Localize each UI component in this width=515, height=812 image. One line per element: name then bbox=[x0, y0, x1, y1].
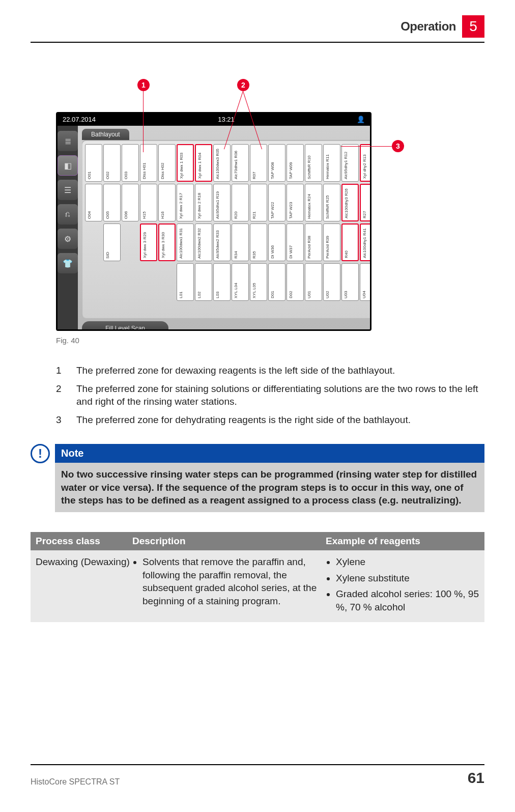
station-W22[interactable]: TAP W22 bbox=[268, 184, 285, 221]
station-R38[interactable]: PerAcid R38 bbox=[305, 223, 322, 261]
station-R10[interactable]: SchiffsR R10 bbox=[305, 144, 322, 182]
station-R39[interactable]: PerAcid R39 bbox=[323, 223, 340, 261]
station-W23[interactable]: TAP W23 bbox=[287, 184, 304, 221]
station-R41[interactable]: Alc100dhy1 R41 bbox=[360, 223, 371, 261]
info-icon: ! bbox=[31, 444, 50, 463]
sidebar-btn-bathlayout[interactable]: ◧ bbox=[58, 155, 78, 176]
section-title: Operation bbox=[400, 19, 456, 34]
station-L04[interactable]: XYL L04 bbox=[232, 263, 249, 301]
legend-item-3: 3 The preferred zone for dehydrating rea… bbox=[56, 413, 484, 427]
callout-legend: 1 The preferred zone for dewaxing reagen… bbox=[56, 364, 484, 432]
station-U04[interactable]: U04 bbox=[360, 263, 371, 301]
station-W36[interactable]: Dl W36 bbox=[268, 223, 285, 261]
station-blank[interactable] bbox=[85, 223, 102, 261]
station-R27[interactable]: R27 bbox=[360, 184, 371, 221]
sidebar-btn-user[interactable]: 👕 bbox=[58, 253, 78, 273]
station-R19[interactable]: Alc95dhx1 R19 bbox=[213, 184, 231, 221]
station-L03[interactable]: L03 bbox=[213, 263, 231, 301]
station-R32[interactable]: Alc100dwx2 R32 bbox=[195, 223, 212, 261]
station-O04[interactable]: O04 bbox=[85, 184, 102, 221]
station-blank[interactable] bbox=[122, 263, 139, 301]
station-L05[interactable]: XYL L05 bbox=[250, 263, 267, 301]
legend-item-2: 2 The preferred zone for staining soluti… bbox=[56, 382, 484, 408]
tab-bathlayout[interactable]: Bathlayout bbox=[82, 129, 129, 140]
station-R13[interactable]: Xyl dhy2 R13 bbox=[360, 144, 371, 182]
station-R26[interactable]: Alc100dhy3 R26 bbox=[341, 184, 359, 221]
station-U01[interactable]: U01 bbox=[305, 263, 322, 301]
station-blank[interactable] bbox=[140, 263, 157, 301]
station-R31[interactable]: Alc100dwx1 R31 bbox=[177, 223, 194, 261]
th-process-class: Process class bbox=[36, 536, 132, 547]
sidebar-btn-racks[interactable]: ≣ bbox=[58, 131, 78, 151]
station-O05[interactable]: O05 bbox=[103, 184, 121, 221]
station-R35[interactable]: R35 bbox=[250, 223, 267, 261]
sidebar-btn-list[interactable]: ☰ bbox=[58, 180, 78, 200]
fill-level-scan-button[interactable]: Fill Level Scan bbox=[82, 321, 168, 331]
station-H16[interactable]: H16 bbox=[158, 184, 176, 221]
screenshot-date: 22.07.2014 bbox=[63, 116, 96, 123]
td-description: Solvents that remove the paraffin and, f… bbox=[132, 555, 326, 617]
station-R07[interactable]: R07 bbox=[250, 144, 267, 182]
station-R20[interactable]: R20 bbox=[232, 184, 249, 221]
station-R30[interactable]: Xyl dwx 3 R30 bbox=[158, 223, 176, 261]
page-header: Operation 5 bbox=[0, 15, 515, 38]
user-icon: 👤 bbox=[357, 116, 365, 123]
station-R11[interactable]: Hematox R11 bbox=[323, 144, 340, 182]
rule-top bbox=[31, 42, 484, 43]
table-header-row: Process class Description Example of rea… bbox=[31, 532, 484, 550]
screenshot-statusbar: 22.07.2014 13:21 👤 bbox=[58, 114, 370, 125]
station-R17[interactable]: Xyl dwx 2 R17 bbox=[177, 184, 194, 221]
note-body: No two successive rinsing water steps ca… bbox=[55, 463, 484, 512]
station-blank[interactable] bbox=[103, 263, 121, 301]
callout-marker-1: 1 bbox=[137, 79, 150, 91]
station-W08[interactable]: TAP W08 bbox=[268, 144, 285, 182]
station-R04[interactable]: Xyl dwx 1 R04 bbox=[195, 144, 212, 182]
station-W09[interactable]: TAP W09 bbox=[287, 144, 304, 182]
station-R12[interactable]: Alc95dhy1 R12 bbox=[341, 144, 359, 182]
station-L02[interactable]: L02 bbox=[195, 263, 212, 301]
callout-line-3 bbox=[341, 146, 392, 147]
station-R05[interactable]: Alc100dwx3 R05 bbox=[213, 144, 231, 182]
station-R18[interactable]: Xyl dwx 2 R18 bbox=[195, 184, 212, 221]
th-example: Example of reagents bbox=[326, 536, 479, 547]
station-SID[interactable]: SID bbox=[103, 223, 121, 261]
station-W37[interactable]: Dl W37 bbox=[287, 223, 304, 261]
station-blank[interactable] bbox=[85, 263, 102, 301]
sidebar-btn-settings[interactable]: ⚙ bbox=[58, 229, 78, 249]
page-number: 61 bbox=[468, 769, 484, 787]
callout-marker-2: 2 bbox=[237, 79, 249, 91]
station-R24[interactable]: Hematox R24 bbox=[305, 184, 322, 221]
station-U03[interactable]: U03 bbox=[341, 263, 359, 301]
station-R33[interactable]: Alc95dwx2 R33 bbox=[213, 223, 231, 261]
station-D01[interactable]: D01 bbox=[268, 263, 285, 301]
note-box: ! Note No two successive rinsing water s… bbox=[31, 444, 484, 512]
screenshot-sidebar: ≣ ◧ ☰ ⎌ ⚙ 👕 bbox=[58, 126, 78, 329]
station-R40[interactable]: R40 bbox=[341, 223, 359, 261]
station-blank[interactable] bbox=[158, 263, 176, 301]
station-U02[interactable]: U02 bbox=[323, 263, 340, 301]
station-blank[interactable] bbox=[122, 223, 139, 261]
callout-marker-3: 3 bbox=[392, 140, 404, 152]
station-H15[interactable]: H15 bbox=[140, 184, 157, 221]
page-footer: HistoCore SPECTRA ST 61 bbox=[31, 764, 484, 787]
td-process-class: Dewaxing (Dewaxing) bbox=[36, 555, 132, 617]
station-O01[interactable]: O01 bbox=[85, 144, 102, 182]
station-O02[interactable]: O02 bbox=[103, 144, 121, 182]
callout-line-1 bbox=[143, 91, 144, 152]
station-H02[interactable]: Dlss H02 bbox=[158, 144, 176, 182]
sidebar-btn-reagents[interactable]: ⎌ bbox=[58, 204, 78, 225]
station-R34[interactable]: R34 bbox=[232, 223, 249, 261]
station-O06[interactable]: O06 bbox=[122, 184, 139, 221]
station-D02[interactable]: D02 bbox=[287, 263, 304, 301]
station-R06[interactable]: Alc70dhw1 R06 bbox=[232, 144, 249, 182]
th-description: Description bbox=[132, 536, 326, 547]
station-O03[interactable]: O03 bbox=[122, 144, 139, 182]
station-R25[interactable]: SchiffsR R25 bbox=[323, 184, 340, 221]
station-R29[interactable]: Xyl dwx 3 R29 bbox=[140, 223, 157, 261]
station-R03[interactable]: Xyl dwx 1 R03 bbox=[177, 144, 194, 182]
bathlayout-panel: O01O02O03Dlss H01Dlss H02Xyl dwx 1 R03Xy… bbox=[82, 140, 371, 318]
station-L01[interactable]: L01 bbox=[177, 263, 194, 301]
station-R21[interactable]: R21 bbox=[250, 184, 267, 221]
chapter-badge: 5 bbox=[462, 15, 484, 38]
product-name: HistoCore SPECTRA ST bbox=[31, 777, 120, 787]
